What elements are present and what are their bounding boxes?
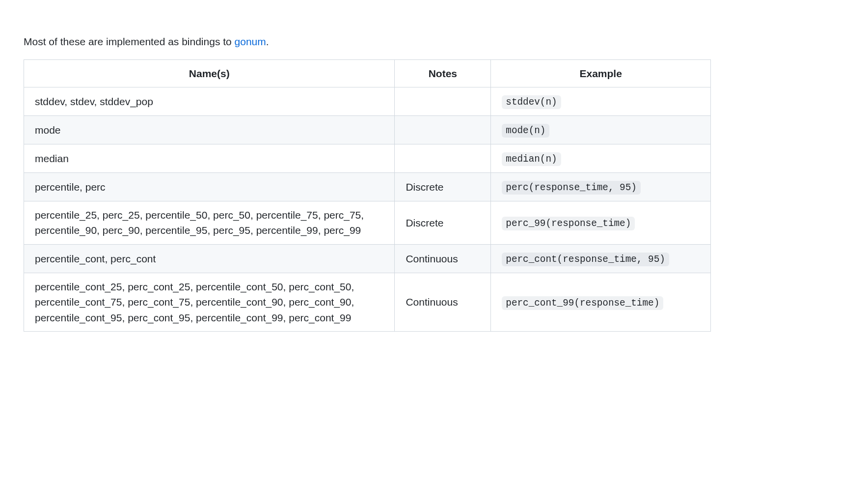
cell-names: percentile_25, perc_25, percentile_50, p…: [24, 201, 395, 244]
intro-paragraph: Most of these are implemented as binding…: [24, 34, 844, 50]
header-example: Example: [491, 59, 711, 87]
cell-example: perc_cont_99(response_time): [491, 273, 711, 332]
code-example: perc_cont(response_time, 95): [502, 253, 669, 266]
cell-names: percentile, perc: [24, 172, 395, 201]
cell-names: percentile_cont, perc_cont: [24, 244, 395, 273]
cell-example: median(n): [491, 144, 711, 172]
cell-notes: [395, 144, 491, 172]
cell-example: perc_cont(response_time, 95): [491, 244, 711, 273]
gonum-link[interactable]: gonum: [235, 36, 266, 47]
table-row: percentile_cont, perc_cont Continuous pe…: [24, 244, 711, 273]
cell-notes: [395, 87, 491, 116]
cell-example: mode(n): [491, 115, 711, 144]
cell-notes: Continuous: [395, 244, 491, 273]
code-example: perc(response_time, 95): [502, 181, 641, 195]
code-example: median(n): [502, 152, 561, 166]
header-names: Name(s): [24, 59, 395, 87]
intro-text-suffix: .: [266, 36, 269, 47]
cell-example: perc(response_time, 95): [491, 172, 711, 201]
table-row: percentile_cont_25, perc_cont_25, percen…: [24, 273, 711, 332]
table-row: percentile, perc Discrete perc(response_…: [24, 172, 711, 201]
cell-names: mode: [24, 115, 395, 144]
table-row: median median(n): [24, 144, 711, 172]
cell-names: median: [24, 144, 395, 172]
code-example: mode(n): [502, 124, 549, 138]
cell-notes: Discrete: [395, 172, 491, 201]
table-row: stddev, stdev, stddev_pop stddev(n): [24, 87, 711, 116]
intro-text-prefix: Most of these are implemented as binding…: [24, 36, 235, 47]
header-notes: Notes: [395, 59, 491, 87]
code-example: perc_99(response_time): [502, 217, 635, 230]
code-example: stddev(n): [502, 95, 561, 109]
table-row: mode mode(n): [24, 115, 711, 144]
cell-notes: [395, 115, 491, 144]
functions-table: Name(s) Notes Example stddev, stdev, std…: [24, 59, 711, 332]
cell-notes: Discrete: [395, 201, 491, 244]
table-header-row: Name(s) Notes Example: [24, 59, 711, 87]
cell-example: perc_99(response_time): [491, 201, 711, 244]
table-row: percentile_25, perc_25, percentile_50, p…: [24, 201, 711, 244]
cell-names: percentile_cont_25, perc_cont_25, percen…: [24, 273, 395, 332]
code-example: perc_cont_99(response_time): [502, 296, 663, 310]
cell-notes: Continuous: [395, 273, 491, 332]
cell-names: stddev, stdev, stddev_pop: [24, 87, 395, 116]
cell-example: stddev(n): [491, 87, 711, 116]
